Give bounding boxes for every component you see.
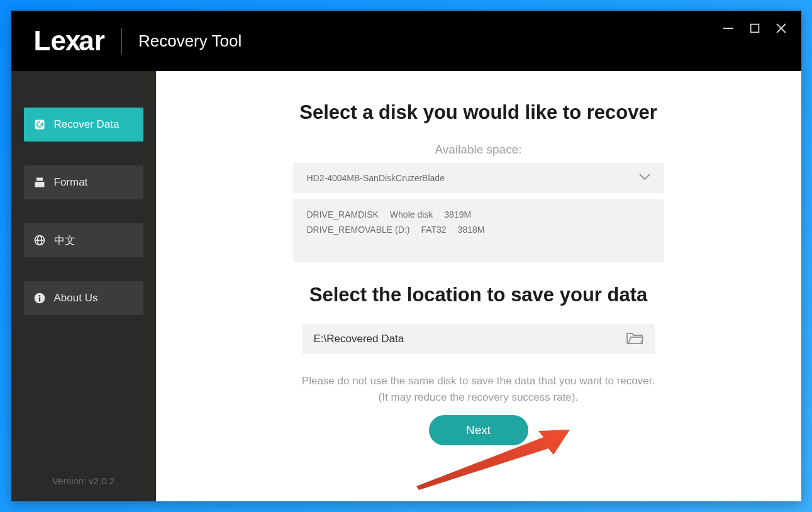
disk-option-name: DRIVE_REMOVABLE (D:) [307, 225, 410, 235]
sidebar-item-language[interactable]: 中文 [24, 223, 143, 257]
svg-point-11 [38, 295, 40, 297]
save-path-text: E:\Recovered Data [314, 333, 404, 345]
svg-rect-1 [750, 25, 759, 33]
warning-line-1: Please do not use the same disk to save … [302, 373, 655, 389]
app-window: Lexar Recovery Tool Recover Data [11, 11, 801, 501]
minimize-button[interactable] [720, 19, 737, 37]
sidebar-item-recover-data[interactable]: Recover Data [24, 108, 143, 142]
disk-option[interactable]: DRIVE_RAMDISK Whole disk 3819M [307, 207, 650, 222]
recover-icon [33, 118, 47, 131]
sidebar-item-label: About Us [54, 292, 98, 304]
sidebar: Recover Data Format 中文 About Us Ve [11, 71, 156, 501]
svg-rect-5 [36, 178, 43, 181]
sidebar-item-label: 中文 [54, 233, 75, 248]
sidebar-item-label: Recover Data [54, 118, 120, 131]
warning-line-2: (It may reduce the recovery success rate… [302, 389, 655, 406]
main-panel: Select a disk you would like to recover … [156, 71, 801, 501]
chevron-down-icon [639, 173, 650, 183]
next-button[interactable]: Next [429, 415, 528, 445]
sidebar-item-about-us[interactable]: About Us [24, 281, 143, 315]
maximize-button[interactable] [746, 19, 764, 37]
svg-rect-4 [35, 120, 44, 130]
svg-rect-12 [38, 298, 40, 302]
disk-option-desc: FAT32 [421, 225, 446, 235]
disk-dropdown-selected: HD2-4004MB-SanDiskCruzerBlade [307, 173, 445, 183]
globe-icon [33, 233, 47, 247]
disk-option[interactable]: DRIVE_REMOVABLE (D:) FAT32 3818M [307, 222, 650, 237]
disk-option-size: 3818M [458, 225, 485, 235]
brand-logo: Lexar [34, 25, 105, 57]
browse-folder-button[interactable] [626, 331, 643, 347]
disk-dropdown[interactable]: HD2-4004MB-SanDiskCruzerBlade [293, 163, 664, 193]
svg-rect-6 [35, 182, 44, 187]
select-location-heading: Select the location to save your data [309, 284, 648, 306]
logo-divider [121, 28, 122, 54]
disk-option-name: DRIVE_RAMDISK [307, 209, 379, 220]
sidebar-item-format[interactable]: Format [24, 165, 143, 199]
sidebar-item-label: Format [54, 176, 88, 189]
title-bar: Lexar Recovery Tool [11, 11, 801, 71]
format-icon [33, 175, 47, 189]
version-label: Version: v2.0.2 [11, 476, 156, 486]
disk-options-panel: DRIVE_RAMDISK Whole disk 3819M DRIVE_REM… [293, 199, 664, 262]
info-icon [33, 291, 47, 305]
app-title: Recovery Tool [138, 31, 242, 51]
warning-text: Please do not use the same disk to save … [302, 373, 655, 405]
disk-option-size: 3819M [444, 209, 471, 220]
disk-select-group: HD2-4004MB-SanDiskCruzerBlade DRIVE_RAMD… [293, 163, 664, 262]
disk-option-desc: Whole disk [390, 209, 433, 220]
save-location-row: E:\Recovered Data [303, 324, 655, 354]
window-controls [720, 19, 790, 37]
next-button-label: Next [466, 423, 491, 437]
close-button[interactable] [772, 19, 790, 37]
select-disk-heading: Select a disk you would like to recover [299, 101, 657, 124]
available-space-label: Available space: [435, 143, 521, 157]
